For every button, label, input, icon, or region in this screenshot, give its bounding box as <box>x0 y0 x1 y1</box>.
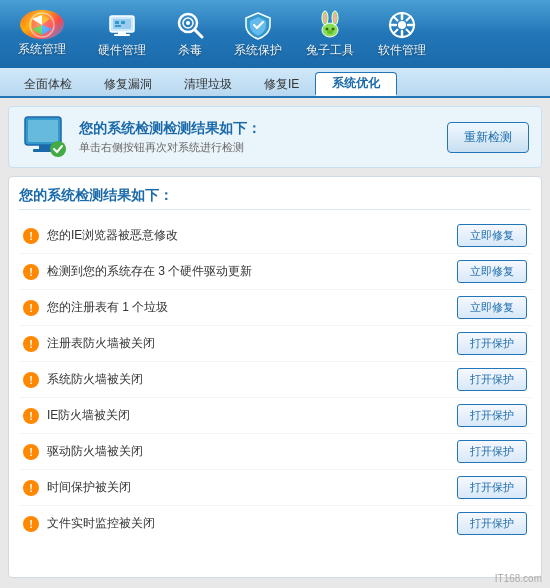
warn-icon-9: ! <box>23 516 39 532</box>
nav-item-sys-protect[interactable]: 系统保护 <box>224 6 292 62</box>
nav-item-rabbit-tools[interactable]: 兔子工具 <box>296 6 364 62</box>
warn-icon-3: ! <box>23 300 39 316</box>
result-text-7: 驱动防火墙被关闭 <box>47 443 143 460</box>
result-text-2: 检测到您的系统存在 3 个硬件驱动更新 <box>47 263 252 280</box>
results-list: !您的IE浏览器被恶意修改立即修复!检测到您的系统存在 3 个硬件驱动更新立即修… <box>19 218 531 541</box>
rabbit-icon <box>314 10 346 40</box>
result-item-3: !您的注册表有 1 个垃圾立即修复 <box>19 290 531 326</box>
result-item-2: !检测到您的系统存在 3 个硬件驱动更新立即修复 <box>19 254 531 290</box>
result-left-7: !驱动防火墙被关闭 <box>23 443 457 460</box>
action-btn-6[interactable]: 打开保护 <box>457 404 527 427</box>
top-navbar: 系统管理 硬件管理 杀毒 <box>0 0 550 68</box>
warn-icon-5: ! <box>23 372 39 388</box>
svg-line-10 <box>195 30 202 37</box>
svg-point-21 <box>398 21 406 29</box>
result-text-9: 文件实时监控被关闭 <box>47 515 155 532</box>
nav-item-software-mgmt[interactable]: 软件管理 <box>368 6 436 62</box>
result-item-1: !您的IE浏览器被恶意修改立即修复 <box>19 218 531 254</box>
warn-icon-6: ! <box>23 408 39 424</box>
action-btn-2[interactable]: 立即修复 <box>457 260 527 283</box>
software-icon <box>386 10 418 40</box>
svg-rect-6 <box>121 21 125 24</box>
svg-point-34 <box>50 141 66 157</box>
result-text-5: 系统防火墙被关闭 <box>47 371 143 388</box>
warn-icon-1: ! <box>23 228 39 244</box>
nav-label-hardware: 硬件管理 <box>98 42 146 59</box>
result-left-1: !您的IE浏览器被恶意修改 <box>23 227 457 244</box>
result-text-1: 您的IE浏览器被恶意修改 <box>47 227 178 244</box>
action-btn-5[interactable]: 打开保护 <box>457 368 527 391</box>
summary-left: 您的系统检测检测结果如下： 单击右侧按钮再次对系统进行检测 <box>21 115 261 159</box>
svg-rect-31 <box>28 120 58 142</box>
nav-label-sys-protect: 系统保护 <box>234 42 282 59</box>
action-btn-9[interactable]: 打开保护 <box>457 512 527 535</box>
nav-label-rabbit-tools: 兔子工具 <box>306 42 354 59</box>
warn-icon-7: ! <box>23 444 39 460</box>
result-left-5: !系统防火墙被关闭 <box>23 371 457 388</box>
hardware-icon <box>106 10 138 40</box>
nav-label-system-mgmt: 系统管理 <box>18 41 66 58</box>
svg-point-11 <box>186 21 190 25</box>
logo-icon <box>20 10 64 39</box>
tab-full-check[interactable]: 全面体检 <box>8 72 88 96</box>
warn-icon-2: ! <box>23 264 39 280</box>
svg-point-18 <box>332 27 335 30</box>
result-item-7: !驱动防火墙被关闭打开保护 <box>19 434 531 470</box>
tab-repair-ie[interactable]: 修复IE <box>248 72 315 96</box>
result-item-5: !系统防火墙被关闭打开保护 <box>19 362 531 398</box>
kill-icon <box>174 10 206 40</box>
summary-text: 您的系统检测检测结果如下： 单击右侧按钮再次对系统进行检测 <box>79 120 261 155</box>
summary-bar: 您的系统检测检测结果如下： 单击右侧按钮再次对系统进行检测 重新检测 <box>8 106 542 168</box>
nav-label-kill: 杀毒 <box>178 42 202 59</box>
svg-line-28 <box>407 16 411 20</box>
tab-bar: 全面体检 修复漏洞 清理垃圾 修复IE 系统优化 <box>0 68 550 98</box>
watermark: IT168.com <box>495 573 542 584</box>
result-left-2: !检测到您的系统存在 3 个硬件驱动更新 <box>23 263 457 280</box>
action-btn-4[interactable]: 打开保护 <box>457 332 527 355</box>
nav-label-software-mgmt: 软件管理 <box>378 42 426 59</box>
result-text-3: 您的注册表有 1 个垃圾 <box>47 299 168 316</box>
svg-point-15 <box>324 13 327 23</box>
summary-subtitle: 单击右侧按钮再次对系统进行检测 <box>79 140 261 155</box>
result-text-8: 时间保护被关闭 <box>47 479 131 496</box>
result-left-8: !时间保护被关闭 <box>23 479 457 496</box>
svg-rect-4 <box>114 34 130 36</box>
summary-title: 您的系统检测检测结果如下： <box>79 120 261 138</box>
result-item-8: !时间保护被关闭打开保护 <box>19 470 531 506</box>
action-btn-3[interactable]: 立即修复 <box>457 296 527 319</box>
nav-item-system-mgmt[interactable]: 系统管理 <box>8 6 76 62</box>
result-left-4: !注册表防火墙被关闭 <box>23 335 457 352</box>
tab-sys-optimize[interactable]: 系统优化 <box>315 72 397 96</box>
result-left-3: !您的注册表有 1 个垃圾 <box>23 299 457 316</box>
section-title: 您的系统检测结果如下： <box>19 187 531 210</box>
shield-icon <box>242 10 274 40</box>
warn-icon-8: ! <box>23 480 39 496</box>
result-text-4: 注册表防火墙被关闭 <box>47 335 155 352</box>
svg-line-26 <box>394 16 398 20</box>
action-btn-7[interactable]: 打开保护 <box>457 440 527 463</box>
result-item-9: !文件实时监控被关闭打开保护 <box>19 506 531 541</box>
action-btn-1[interactable]: 立即修复 <box>457 224 527 247</box>
action-btn-8[interactable]: 打开保护 <box>457 476 527 499</box>
svg-line-29 <box>394 29 398 33</box>
svg-rect-5 <box>115 21 119 24</box>
svg-point-19 <box>327 30 333 34</box>
result-item-6: !IE防火墙被关闭打开保护 <box>19 398 531 434</box>
svg-point-0 <box>30 13 54 37</box>
warn-icon-4: ! <box>23 336 39 352</box>
svg-rect-7 <box>115 25 121 27</box>
result-item-4: !注册表防火墙被关闭打开保护 <box>19 326 531 362</box>
nav-item-hardware-mgmt[interactable]: 硬件管理 <box>88 6 156 62</box>
recheck-button[interactable]: 重新检测 <box>447 122 529 153</box>
result-left-9: !文件实时监控被关闭 <box>23 515 457 532</box>
svg-point-17 <box>326 27 329 30</box>
svg-point-16 <box>334 13 337 23</box>
result-text-6: IE防火墙被关闭 <box>47 407 130 424</box>
summary-monitor-icon <box>21 115 69 159</box>
svg-line-27 <box>407 29 411 33</box>
result-left-6: !IE防火墙被关闭 <box>23 407 457 424</box>
main-content: 您的系统检测结果如下： !您的IE浏览器被恶意修改立即修复!检测到您的系统存在 … <box>8 176 542 578</box>
tab-repair-errors[interactable]: 修复漏洞 <box>88 72 168 96</box>
tab-clean-trash[interactable]: 清理垃圾 <box>168 72 248 96</box>
nav-item-kill[interactable]: 杀毒 <box>160 6 220 62</box>
